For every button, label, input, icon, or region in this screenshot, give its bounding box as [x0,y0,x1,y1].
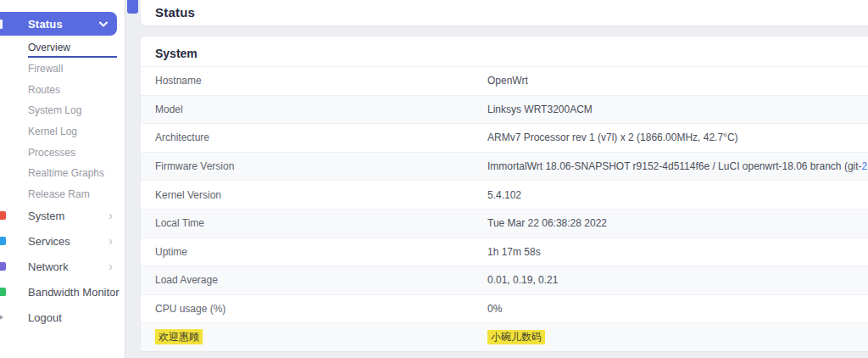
firmware-git-link[interactable]: 21.060.52352-746 [862,160,868,172]
row-value: Linksys WRT3200ACM [487,103,868,115]
row-label: CPU usage (%) [155,303,487,315]
system-info-table: Hostname OpenWrt Model Linksys WRT3200AC… [141,66,868,351]
sidebar-item-routes[interactable]: Routes [0,79,125,100]
system-icon [0,211,6,220]
sidebar-subitem-label: Routes [28,84,60,96]
row-label: 欢迎惠顾 [155,330,487,344]
network-icon [0,262,6,271]
sidebar-subitem-label: Processes [28,147,75,159]
sidebar-group-label: Logout [28,311,62,324]
sidebar-subitem-label: System Log [28,104,81,116]
row-label: Firmware Version [155,160,487,172]
logout-icon [0,313,3,322]
row-value: 0.01, 0.19, 0.21 [487,274,868,286]
sidebar-subitem-label: Firewall [28,63,63,75]
row-label: Local Time [155,217,487,229]
row-value: OpenWrt [487,75,868,87]
services-icon [0,237,6,245]
sidebar-group-label: Bandwidth Monitor [28,286,120,299]
row-label: Uptime [155,246,487,258]
system-card-title: System [141,36,868,60]
sidebar-subitem-label: Overview [28,42,70,53]
sidebar-subitem-label: Realtime Graphs [28,167,104,179]
table-row: Architecture ARMv7 Processor rev 1 (v7l)… [141,123,868,152]
menu-accent-fragment [127,0,138,14]
table-row: Load Average 0.01, 0.19, 0.21 [141,266,868,294]
sidebar-item-kernel-log[interactable]: Kernel Log [0,121,125,143]
chevron-right-icon: › [108,235,113,247]
row-value: 5.4.102 [487,189,868,201]
row-value: Tue Mar 22 06:38:28 2022 [487,217,868,229]
table-row: Hostname OpenWrt [141,66,868,95]
sidebar-group-label: Network [28,260,69,273]
sidebar-item-network[interactable]: Network › [0,254,125,279]
page-title: Status [141,0,868,20]
sidebar-groups: System › Services › Network › Bandwidth … [0,203,125,330]
row-label: Architecture [155,131,487,143]
status-submenu: Overview Firewall Routes System Log Kern… [0,37,125,205]
chevron-right-icon: › [108,260,113,272]
row-value: ImmortalWrt 18.06-SNAPSHOT r9152-4d5114f… [487,160,868,172]
sidebar-item-overview[interactable]: Overview [0,37,125,59]
row-value: 0% [487,303,868,315]
sidebar-item-release-ram[interactable]: Release Ram [0,184,125,205]
sidebar-subitem-label: Release Ram [28,188,90,200]
sidebar-item-processes[interactable]: Processes [0,142,125,163]
table-row: Uptime 1h 17m 58s [141,238,868,266]
sidebar-item-system-log[interactable]: System Log [0,100,125,121]
sidebar-item-status-label: Status [28,18,63,31]
sidebar-item-services[interactable]: Services › [0,228,125,254]
table-row: CPU usage (%) 0% [141,294,868,323]
chevron-down-icon [99,21,108,27]
row-value: ARMv7 Processor rev 1 (v7l) x 2 (1866.00… [487,131,868,143]
sidebar-item-realtime-graphs[interactable]: Realtime Graphs [0,163,125,184]
sidebar: Status Overview Firewall Routes System L… [0,0,125,358]
sidebar-subitem-label: Kernel Log [28,126,77,137]
status-icon [0,20,3,29]
chevron-right-icon: › [108,286,113,298]
sidebar-group-label: Services [28,235,70,248]
system-card: System Hostname OpenWrt Model Linksys WR… [141,36,868,351]
chevron-right-icon: › [108,210,113,221]
row-label: Load Average [155,274,487,286]
row-label: Kernel Version [155,189,487,201]
row-value: 1h 17m 58s [487,246,868,258]
page-title-card: Status [141,0,868,25]
sidebar-group-label: System [28,210,64,222]
bandwidth-monitor-icon [0,288,6,296]
table-row: Firmware Version ImmortalWrt 18.06-SNAPS… [141,152,868,181]
sidebar-item-status[interactable]: Status [0,12,117,36]
row-label: Hostname [155,75,487,87]
table-row: Kernel Version 5.4.102 [141,180,868,209]
sidebar-item-system[interactable]: System › [0,203,125,228]
sidebar-item-bandwidth-monitor[interactable]: Bandwidth Monitor › [0,279,125,305]
sidebar-item-firewall[interactable]: Firewall [0,59,125,80]
sidebar-item-logout[interactable]: Logout [0,305,125,330]
table-row: 欢迎惠顾 小碗儿数码 [141,322,868,351]
row-label: Model [155,103,487,115]
table-row: Model Linksys WRT3200ACM [141,95,868,124]
row-value: 小碗儿数码 [487,330,868,344]
table-row: Local Time Tue Mar 22 06:38:28 2022 [141,209,868,238]
